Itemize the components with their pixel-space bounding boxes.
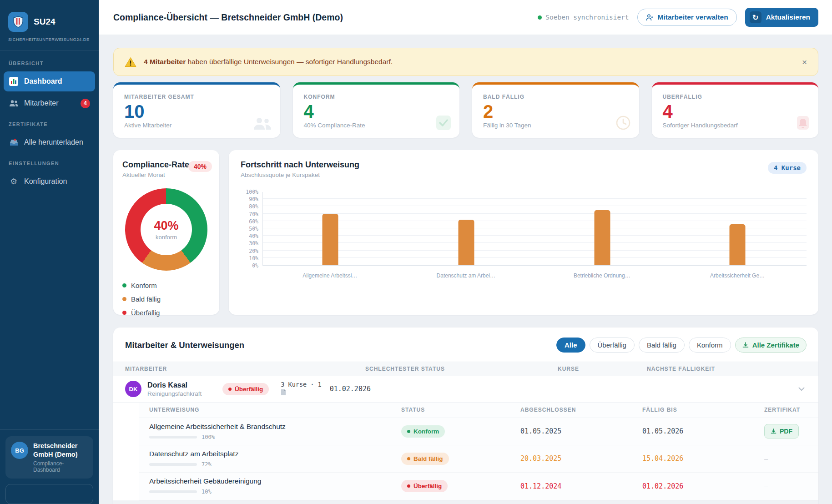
table-row[interactable]: DK Doris Kasal Reinigungsfachkraft Überf…	[113, 376, 818, 403]
gear-icon: ⚙	[9, 176, 19, 186]
progress-bar	[149, 463, 197, 466]
rate-badge: 40%	[188, 161, 212, 172]
status-badge: Überfällig	[401, 480, 448, 492]
legend-item-konform: Konform	[122, 282, 210, 289]
account-subtitle: Compliance-Dashboard	[33, 460, 88, 473]
status-badge: Bald fällig	[401, 453, 449, 465]
divider	[0, 429, 99, 430]
status-badge: Konform	[401, 425, 445, 438]
alarm-icon	[796, 115, 810, 132]
sidebar-item-label: Konfiguration	[24, 177, 67, 186]
pdf-download-button[interactable]: PDF	[764, 424, 799, 438]
progress-label: 10%	[202, 489, 212, 495]
donut-subtitle: Aktueller Monat	[122, 171, 210, 178]
kurse-count-badge: 4 Kurse	[768, 162, 807, 174]
topbar: Compliance-Übersicht — Bretschneider Gmb…	[99, 0, 832, 35]
progress-label: 100%	[202, 434, 215, 440]
check-icon	[436, 115, 451, 132]
sidebar-item-dashboard[interactable]: Dashboard	[4, 71, 95, 91]
due-date: 01.02.2026	[642, 482, 683, 490]
chevron-down-icon[interactable]	[798, 385, 805, 393]
plot-area	[262, 192, 807, 266]
courses-subtable: UNTERWEISUNG STATUS ABGESCHLOSSEN FÄLLIG…	[139, 403, 818, 500]
bar	[323, 214, 338, 265]
close-icon[interactable]: ×	[802, 58, 807, 66]
all-certificates-button[interactable]: Alle Zertifikate	[735, 338, 807, 353]
course-row: Allgemeine Arbeitssicherheit & Brandschu…	[139, 418, 818, 445]
account-name: Bretschneider GmbH (Demo)	[33, 442, 88, 459]
bar	[730, 224, 746, 265]
stat-card-konform: KONFORM 4 40% Compliance-Rate	[293, 82, 460, 138]
avatar: DK	[125, 381, 141, 397]
sidebar-item-konfiguration[interactable]: ⚙ Konfiguration	[4, 171, 95, 192]
certificate-empty: –	[764, 454, 768, 462]
person-icon	[646, 14, 654, 21]
mitarbeiter-count-badge: 4	[81, 99, 90, 108]
download-icon	[771, 428, 777, 434]
certificate-empty: –	[764, 482, 768, 490]
logo-abbr: SU24	[34, 17, 55, 27]
sidebar-item-mitarbeiter[interactable]: Mitarbeiter 4	[4, 93, 95, 113]
status-badge: Überfällig	[222, 383, 269, 395]
legend-item-bald-faellig: Bald fällig	[122, 295, 210, 303]
warning-icon	[125, 57, 136, 67]
stat-card-mitarbeiter-gesamt: MITARBEITER GESAMT 10 Aktive Mitarbeiter	[113, 82, 280, 138]
donut-legend: Konform Bald fällig Überfällig	[122, 282, 210, 317]
progress-bar	[149, 436, 197, 438]
refresh-button[interactable]: ↻ Aktualisieren	[745, 8, 818, 27]
sidebar-bottom-button[interactable]	[5, 484, 93, 504]
employees-table-card: Mitarbeiter & Unterweisungen Alle Überfä…	[113, 328, 818, 504]
bar-chart: 100%90% 80%70% 60%50% 40%30% 20%10% 0%	[241, 192, 807, 269]
nav-section-einstellungen: EINSTELLUNGEN	[9, 161, 99, 166]
row-separator	[113, 500, 818, 504]
alert-text: 4 Mitarbeiter haben überfällige Unterwei…	[144, 58, 393, 66]
download-icon	[742, 342, 749, 348]
stat-card-bald-faellig: BALD FÄLLIG 2 Fällig in 30 Tagen	[472, 82, 639, 138]
compliance-rate-card: Compliance-Rate Aktueller Monat 40% 40% …	[113, 150, 219, 315]
progress-label: 72%	[202, 461, 212, 468]
stat-card-ueberfaellig: ÜBERFÄLLIG 4 Sofortiger Handlungsbedarf	[652, 82, 819, 138]
table-columns-header: MITARBEITER SCHLECHTESTER STATUS KURSE N…	[113, 362, 818, 376]
shield-logo-icon	[8, 12, 28, 32]
completed-date: 20.03.2025	[520, 454, 561, 463]
filter-konform[interactable]: Konform	[689, 338, 731, 353]
due-date: 15.04.2026	[642, 454, 683, 463]
divider	[0, 50, 99, 50]
filter-bald-faellig[interactable]: Bald fällig	[639, 338, 685, 353]
completed-date: 01.05.2025	[520, 427, 561, 435]
course-row: Arbeitssicherheit Gebäudereinigung 10% Ü…	[139, 473, 818, 500]
course-row: Datenschutz am Arbeitsplatz 72% Bald fäl…	[139, 445, 818, 473]
legend-dot	[122, 311, 126, 315]
course-name: Datenschutz am Arbeitsplatz	[149, 450, 401, 458]
overdue-alert-banner: 4 Mitarbeiter haben überfällige Unterwei…	[113, 48, 818, 76]
next-due-date: 01.02.2026	[330, 385, 371, 393]
sync-status: Soeben synchronisiert	[538, 14, 629, 21]
sidebar-item-alle-herunterladen[interactable]: Alle herunterladen	[4, 132, 95, 152]
page-title: Compliance-Übersicht — Bretschneider Gmb…	[113, 12, 343, 23]
sync-dot-icon	[538, 15, 542, 20]
progress-bar	[149, 490, 197, 493]
completed-date: 01.12.2024	[520, 482, 561, 490]
refresh-icon: ↻	[750, 11, 761, 23]
filter-ueberfaellig[interactable]: Überfällig	[590, 338, 635, 353]
course-name: Allgemeine Arbeitssicherheit & Brandschu…	[149, 423, 401, 431]
legend-dot	[122, 283, 126, 287]
filter-alle[interactable]: Alle	[556, 338, 585, 353]
kurse-cell: 3 Kurse · 1	[281, 380, 321, 398]
bar-chart-icon	[9, 76, 19, 86]
manage-employees-button[interactable]: Mitarbeiter verwalten	[637, 9, 737, 26]
clock-icon	[615, 115, 631, 132]
donut-center: 40% konform	[141, 204, 192, 255]
legend-item-ueberfaellig: Überfällig	[122, 309, 210, 317]
courses-columns-header: UNTERWEISUNG STATUS ABGESCHLOSSEN FÄLLIG…	[139, 403, 818, 418]
people-icon	[9, 98, 19, 108]
people-icon	[253, 117, 272, 132]
account-card[interactable]: BG Bretschneider GmbH (Demo) Compliance-…	[5, 436, 93, 479]
employee-role: Reinigungsfachkraft	[147, 390, 222, 397]
employee-name: Doris Kasal	[147, 381, 222, 389]
sidebar: SU24 SICHERHEITSUNTERWEISUNG24.DE ÜBERSI…	[0, 0, 99, 504]
progress-chart-card: Fortschritt nach Unterweisung Abschlussq…	[229, 150, 818, 315]
bar	[458, 220, 474, 265]
legend-dot	[122, 297, 126, 301]
document-icon	[281, 389, 286, 396]
